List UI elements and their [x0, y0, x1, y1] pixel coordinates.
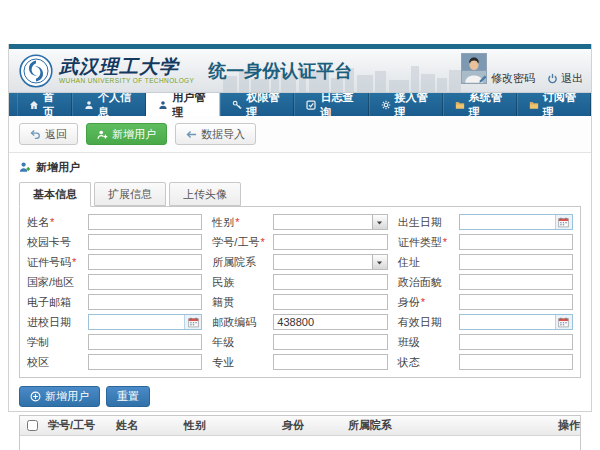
id-number-field-label: 证件号码*	[27, 255, 84, 270]
major-field-input[interactable]	[274, 355, 386, 369]
form-cell: 学号/工号*	[212, 234, 387, 250]
id-type-field-input[interactable]	[460, 235, 572, 249]
schooling-length-field-input[interactable]	[89, 335, 201, 349]
nav-tab-5[interactable]: 日志查询	[294, 93, 368, 116]
back-arrow-icon	[30, 129, 41, 140]
student-id-field	[273, 234, 387, 250]
form-cell: 证件号码*	[27, 254, 202, 270]
change-password-label: 修改密码	[491, 71, 535, 86]
major-field-label: 专业	[212, 355, 269, 370]
email-field	[88, 294, 202, 310]
university-name-en: WUHAN UNIVERSITY OF TECHNOLOGY	[59, 77, 194, 84]
campus-field-input[interactable]	[89, 355, 201, 369]
id-number-field-input[interactable]	[89, 255, 201, 269]
nav-tab-4[interactable]: 权限管理	[220, 93, 294, 116]
email-field-input[interactable]	[89, 295, 201, 309]
content: 返回 新增用户 数据导入 新增用户 基本信息扩展信息上传头像 姓名*性别*出生日…	[9, 116, 591, 450]
submit-label: 新增用户	[45, 389, 89, 404]
required-asterisk: *	[50, 216, 54, 228]
form-cell: 身份*	[398, 294, 573, 310]
name-field-input[interactable]	[89, 215, 201, 229]
university-title-block: 武汉理工大学 WUHAN UNIVERSITY OF TECHNOLOGY	[59, 57, 194, 84]
nav-tab-2[interactable]: 个人信息	[72, 93, 146, 116]
class-field-input[interactable]	[460, 335, 572, 349]
nav-tab-label: 权限管理	[246, 90, 282, 120]
grade-field-label: 年级	[212, 335, 269, 350]
change-password-link[interactable]: 修改密码	[478, 71, 535, 86]
nav-tab-1[interactable]: 首页	[17, 93, 72, 116]
submit-add-user-button[interactable]: 新增用户	[19, 386, 100, 407]
select-all-checkbox[interactable]	[27, 420, 38, 431]
calendar-icon[interactable]	[555, 215, 572, 229]
nav-tab-label: 接入管理	[395, 90, 431, 120]
id-type-field	[459, 234, 573, 250]
table-column-header-4: 身份	[278, 418, 344, 433]
tab-2[interactable]: 扩展信息	[94, 182, 166, 206]
data-import-label: 数据导入	[201, 127, 245, 142]
folder-icon	[529, 100, 539, 110]
political-status-field-input[interactable]	[460, 275, 572, 289]
nav-tab-6[interactable]: 接入管理	[369, 93, 443, 116]
native-place-field-input[interactable]	[274, 295, 386, 309]
country-field	[88, 274, 202, 290]
calendar-icon[interactable]	[555, 315, 572, 329]
campus-card-field	[88, 234, 202, 250]
grade-field-input[interactable]	[274, 335, 386, 349]
valid-date-field-input[interactable]	[460, 315, 555, 329]
birth-date-field-input[interactable]	[460, 215, 555, 229]
gender-select-input[interactable]	[274, 215, 371, 229]
ethnicity-field-input[interactable]	[274, 275, 386, 289]
status-field-label: 状态	[398, 355, 455, 370]
form-cell: 出生日期	[398, 214, 573, 230]
import-arrow-icon	[186, 129, 197, 140]
email-field-label: 电子邮箱	[27, 295, 84, 310]
postal-code-field	[273, 314, 387, 330]
ethnicity-field-label: 民族	[212, 275, 269, 290]
select-all-cell	[20, 420, 44, 431]
form-cell: 民族	[212, 274, 387, 290]
status-field-input[interactable]	[460, 355, 572, 369]
folder-icon	[455, 100, 465, 110]
logout-link[interactable]: 退出	[547, 71, 583, 86]
form-cell: 电子邮箱	[27, 294, 202, 310]
id-number-field	[88, 254, 202, 270]
form-cell: 班级	[398, 334, 573, 350]
nav-tab-7[interactable]: 系统管理	[443, 93, 517, 116]
data-import-button[interactable]: 数据导入	[175, 123, 256, 145]
calendar-icon[interactable]	[184, 315, 201, 329]
schooling-length-field-label: 学制	[27, 335, 84, 350]
pencil-icon	[478, 74, 488, 84]
required-asterisk: *	[72, 256, 76, 268]
reset-label: 重置	[117, 389, 139, 404]
form-cell: 证件类型*	[398, 234, 573, 250]
address-field	[459, 254, 573, 270]
tab-1[interactable]: 基本信息	[19, 182, 91, 207]
campus-card-field-input[interactable]	[89, 235, 201, 249]
student-id-field-input[interactable]	[274, 235, 386, 249]
campus-card-field-label: 校园卡号	[27, 235, 84, 250]
chevron-down-icon[interactable]	[372, 255, 387, 269]
department-select-input[interactable]	[274, 255, 371, 269]
back-button[interactable]: 返回	[19, 123, 78, 145]
form-cell: 学制	[27, 334, 202, 350]
tab-3[interactable]: 上传头像	[169, 182, 241, 206]
key-icon	[232, 100, 242, 110]
empty-table-row	[20, 436, 580, 450]
country-field-input[interactable]	[89, 275, 201, 289]
campus-field	[88, 354, 202, 370]
valid-date-field-label: 有效日期	[398, 315, 455, 330]
ethnicity-field	[273, 274, 387, 290]
chevron-down-icon[interactable]	[372, 215, 387, 229]
postal-code-field-input[interactable]	[274, 315, 386, 329]
address-field-label: 住址	[398, 255, 455, 270]
address-field-input[interactable]	[460, 255, 572, 269]
identity-field-input[interactable]	[460, 295, 572, 309]
add-user-toolbar-button[interactable]: 新增用户	[86, 123, 167, 145]
table-header-row: 学号/工号姓名性别身份所属院系操作	[20, 416, 580, 436]
form-cell: 姓名*	[27, 214, 202, 230]
entry-date-field-input[interactable]	[89, 315, 184, 329]
class-field-label: 班级	[398, 335, 455, 350]
reset-button[interactable]: 重置	[106, 386, 150, 407]
nav-tab-8[interactable]: 订阅管理	[517, 93, 591, 116]
nav-tab-3[interactable]: 用户管理	[146, 93, 220, 116]
